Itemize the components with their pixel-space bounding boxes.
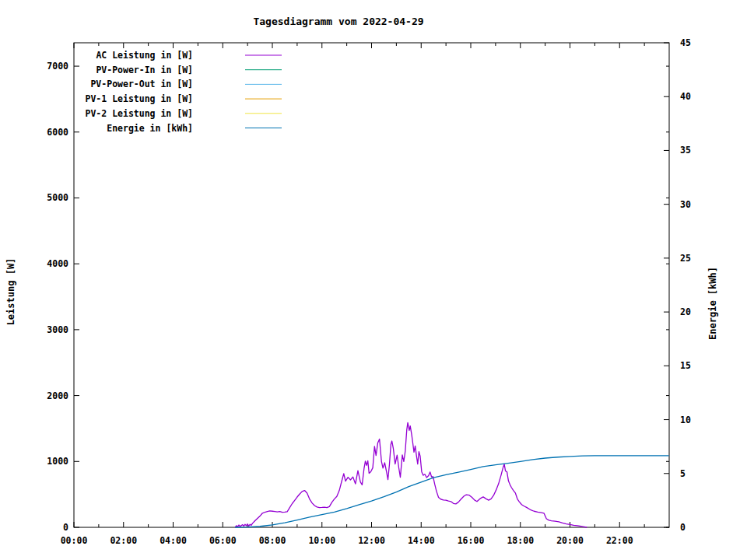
series-energie-in-kwh- xyxy=(235,456,668,527)
x-tick-label: 06:00 xyxy=(209,535,237,546)
legend-label: AC Leistung in [W] xyxy=(96,50,193,61)
legend-label: PV-Power-Out in [W] xyxy=(90,79,193,89)
x-tick-label: 10:00 xyxy=(308,535,335,546)
y-right-tick-label: 5 xyxy=(680,468,686,479)
y-left-tick-label: 1000 xyxy=(47,456,68,467)
y-left-tick-label: 3000 xyxy=(47,324,68,335)
y-right-tick-label: 20 xyxy=(680,306,691,317)
y-left-tick-label: 6000 xyxy=(47,127,68,138)
y-left-tick-label: 0 xyxy=(63,522,68,533)
chart-title: Tagesdiagramm vom 2022-04-29 xyxy=(0,16,677,27)
series-ac-leistung-in-w- xyxy=(235,422,587,527)
y-right-tick-label: 35 xyxy=(680,145,691,156)
x-tick-label: 00:00 xyxy=(61,535,88,546)
x-tick-label: 16:00 xyxy=(458,535,485,546)
y-axis-left-label: Leistung [W] xyxy=(5,258,16,326)
y-left-tick-label: 7000 xyxy=(47,61,68,72)
y-right-tick-label: 30 xyxy=(680,199,691,210)
y-left-tick-label: 5000 xyxy=(47,192,68,203)
x-tick-label: 08:00 xyxy=(259,535,286,546)
x-tick-label: 12:00 xyxy=(358,535,385,546)
y-right-tick-label: 40 xyxy=(680,91,691,102)
y-left-tick-label: 4000 xyxy=(47,258,68,269)
x-tick-label: 14:00 xyxy=(408,535,435,546)
x-tick-label: 18:00 xyxy=(507,535,534,546)
x-tick-label: 04:00 xyxy=(160,535,187,546)
y-left-tick-label: 2000 xyxy=(47,390,68,401)
legend-label: PV-1 Leistung in [W] xyxy=(86,93,193,104)
x-tick-label: 02:00 xyxy=(110,535,137,546)
chart-page: Tagesdiagramm vom 2022-04-29 Leistung [W… xyxy=(0,0,747,560)
x-tick-label: 20:00 xyxy=(556,535,584,546)
y-axis-right-label: Energie [kWh] xyxy=(707,267,718,340)
y-right-tick-label: 0 xyxy=(680,522,686,533)
legend-label: PV-2 Leistung in [W] xyxy=(86,108,193,119)
x-tick-label: 22:00 xyxy=(606,535,633,546)
y-right-tick-label: 45 xyxy=(680,37,691,48)
y-right-tick-label: 10 xyxy=(680,415,691,425)
legend-label: PV-Power-In in [W] xyxy=(96,65,193,75)
legend-label: Energie in [kWh] xyxy=(107,123,193,134)
y-right-tick-label: 15 xyxy=(680,360,691,371)
y-right-tick-label: 25 xyxy=(680,253,691,264)
plot-area: 00:0002:0004:0006:0008:0010:0012:0014:00… xyxy=(0,0,747,560)
